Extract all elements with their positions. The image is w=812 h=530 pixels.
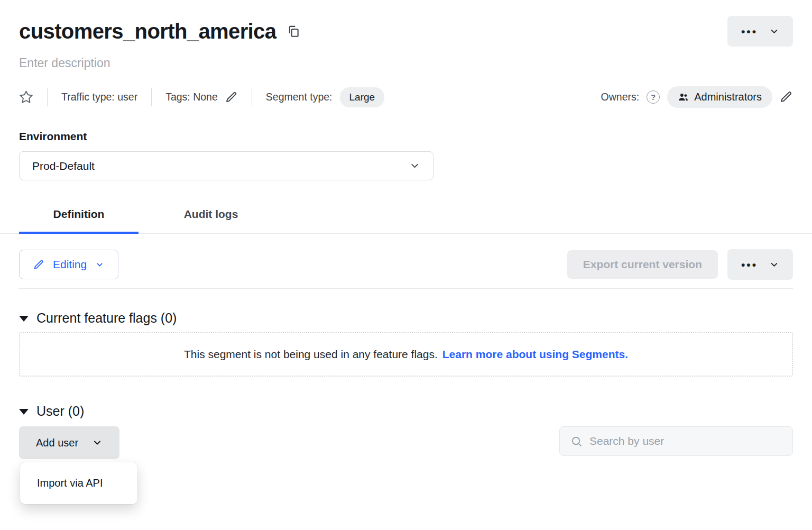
ellipsis-icon: ••• xyxy=(741,26,758,37)
chevron-down-icon xyxy=(92,437,103,448)
copy-name-icon[interactable] xyxy=(287,24,300,38)
toolbar-right: Export current version ••• xyxy=(567,249,793,280)
edit-tags-pencil-icon[interactable] xyxy=(225,91,238,104)
environment-select[interactable]: Prod-Default xyxy=(19,151,433,180)
chevron-down-icon xyxy=(769,26,779,36)
owners-value: Administrators xyxy=(694,91,762,103)
owners-help-icon[interactable]: ? xyxy=(647,90,660,104)
environment-label: Environment xyxy=(19,129,793,144)
toolbar-more-actions-button[interactable]: ••• xyxy=(727,249,793,280)
tab-definition[interactable]: Definition xyxy=(19,198,139,233)
chevron-down-icon xyxy=(769,260,779,270)
search-icon xyxy=(570,435,583,447)
tags-label: Tags: None xyxy=(165,91,218,103)
collapse-caret-icon[interactable] xyxy=(19,316,29,322)
collapse-caret-icon[interactable] xyxy=(19,409,29,415)
segment-type-badge: Large xyxy=(340,87,385,107)
people-icon xyxy=(678,92,689,103)
editing-status-button[interactable]: Editing xyxy=(19,250,118,279)
feature-flags-heading: Current feature flags (0) xyxy=(19,310,793,326)
editing-label: Editing xyxy=(53,258,87,271)
header-more-actions-button[interactable]: ••• xyxy=(727,16,793,47)
learn-more-link[interactable]: Learn more about using Segments. xyxy=(442,348,628,360)
feature-flags-section: Current feature flags (0) This segment i… xyxy=(19,310,793,377)
environment-selected-value: Prod-Default xyxy=(32,160,95,172)
add-user-button[interactable]: Add user xyxy=(19,426,119,459)
environment-section: Environment Prod-Default xyxy=(19,129,793,180)
title-group: customers_north_america xyxy=(19,20,300,43)
export-version-button[interactable]: Export current version xyxy=(567,250,718,279)
divider xyxy=(151,88,152,106)
feature-flags-empty-state: This segment is not being used in any fe… xyxy=(19,332,793,377)
page-header: customers_north_america ••• xyxy=(19,16,793,47)
users-heading-text: User (0) xyxy=(36,403,84,419)
description-placeholder[interactable]: Enter description xyxy=(19,56,793,70)
segment-type-label: Segment type: xyxy=(266,91,333,103)
pencil-icon xyxy=(33,259,44,270)
definition-toolbar: Editing Export current version ••• xyxy=(19,249,793,289)
traffic-type-label: Traffic type: user xyxy=(61,91,137,103)
segment-type-group: Segment type: Large xyxy=(266,87,384,107)
users-heading: User (0) xyxy=(19,403,793,419)
tab-bar: Definition Audit logs xyxy=(0,198,812,234)
users-section: User (0) Add user Import via API xyxy=(19,403,793,459)
favorite-star-icon[interactable] xyxy=(19,90,33,104)
meta-left: Traffic type: user Tags: None Segment ty… xyxy=(19,87,384,107)
chevron-down-icon xyxy=(95,260,104,269)
meta-right: Owners: ? Administrators xyxy=(601,86,793,108)
divider xyxy=(252,88,252,106)
add-user-label: Add user xyxy=(36,437,78,449)
users-toolbar: Add user Import via API xyxy=(19,426,793,459)
edit-owners-pencil-icon[interactable] xyxy=(780,90,793,104)
feature-flags-heading-text: Current feature flags (0) xyxy=(36,310,177,326)
add-user-dropdown: Add user Import via API xyxy=(19,426,119,459)
tab-audit-logs[interactable]: Audit logs xyxy=(151,198,271,233)
ellipsis-icon: ••• xyxy=(741,259,758,270)
owners-label: Owners: xyxy=(601,91,640,103)
owners-badge[interactable]: Administrators xyxy=(667,86,772,108)
meta-row: Traffic type: user Tags: None Segment ty… xyxy=(19,86,793,108)
tags-group: Tags: None xyxy=(165,91,238,104)
divider xyxy=(47,88,48,106)
user-search-input[interactable] xyxy=(589,435,782,447)
menu-item-import-via-api[interactable]: Import via API xyxy=(20,471,137,496)
add-user-menu: Import via API xyxy=(20,462,137,504)
empty-state-text: This segment is not being used in any fe… xyxy=(184,348,438,360)
segment-page: customers_north_america ••• Enter descri… xyxy=(0,16,812,530)
chevron-down-icon xyxy=(409,160,420,171)
user-search xyxy=(559,426,793,456)
page-title: customers_north_america xyxy=(19,20,276,43)
